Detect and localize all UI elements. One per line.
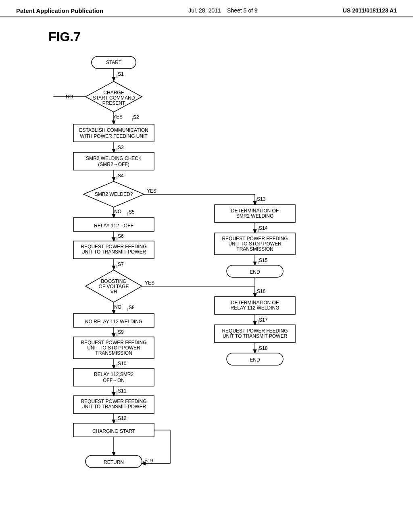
svg-text:S7: S7 xyxy=(118,262,124,267)
svg-text:(SMR2→OFF): (SMR2→OFF) xyxy=(98,162,129,167)
svg-text:RELAY 112,SMR2: RELAY 112,SMR2 xyxy=(94,372,134,377)
svg-text:ESTABLISH COMMUNICATION: ESTABLISH COMMUNICATION xyxy=(79,127,148,133)
svg-text:RELAY 112 WELDING: RELAY 112 WELDING xyxy=(231,305,280,311)
svg-text:S18: S18 xyxy=(259,345,268,351)
svg-text:RELAY 112→OFF: RELAY 112→OFF xyxy=(94,223,133,229)
svg-text:CHARGE: CHARGE xyxy=(103,90,124,96)
svg-text:CHARGING START: CHARGING START xyxy=(92,428,136,434)
svg-text:BOOSTING: BOOSTING xyxy=(101,278,126,284)
svg-text:UNIT TO TRANSMIT POWER: UNIT TO TRANSMIT POWER xyxy=(81,404,146,409)
svg-text:S6: S6 xyxy=(118,233,124,239)
svg-text:YES: YES xyxy=(147,188,156,194)
svg-text:S2: S2 xyxy=(133,114,139,120)
svg-text:END: END xyxy=(250,269,260,275)
svg-text:S15: S15 xyxy=(259,258,268,263)
svg-text:S12: S12 xyxy=(118,416,127,421)
svg-text:REQUEST POWER FEEDING: REQUEST POWER FEEDING xyxy=(222,328,288,334)
svg-text:TRANSMISSION: TRANSMISSION xyxy=(95,350,132,356)
svg-text:UNIT TO STOP POWER: UNIT TO STOP POWER xyxy=(87,345,140,351)
header-publication: Patent Application Publication xyxy=(16,7,103,14)
svg-text:YES: YES xyxy=(145,280,154,286)
svg-rect-74 xyxy=(73,368,154,386)
svg-text:DETERMINATION OF: DETERMINATION OF xyxy=(231,300,279,305)
svg-rect-21 xyxy=(73,152,154,170)
svg-text:SMR2 WELDED?: SMR2 WELDED? xyxy=(95,191,133,197)
svg-text:REQUEST POWER FEEDING: REQUEST POWER FEEDING xyxy=(222,236,288,241)
header-date-sheet: Jul. 28, 2011 Sheet 5 of 9 xyxy=(188,7,257,14)
svg-text:NO RELAY 112 WELDING: NO RELAY 112 WELDING xyxy=(85,319,142,324)
svg-text:S3: S3 xyxy=(118,145,124,150)
svg-text:DETERMINATION OF: DETERMINATION OF xyxy=(231,208,279,214)
svg-text:OFF→ON: OFF→ON xyxy=(103,378,125,383)
svg-text:S17: S17 xyxy=(259,317,268,323)
svg-text:S14: S14 xyxy=(259,225,268,231)
svg-text:S13: S13 xyxy=(257,196,266,202)
svg-text:NO: NO xyxy=(114,304,121,310)
svg-text:S10: S10 xyxy=(118,361,127,366)
svg-text:VH: VH xyxy=(111,289,117,295)
svg-text:S9: S9 xyxy=(118,329,124,335)
svg-text:PRESENT: PRESENT xyxy=(102,100,125,106)
page-header: Patent Application Publication Jul. 28, … xyxy=(0,0,413,17)
svg-text:TRANSMISSION: TRANSMISSION xyxy=(236,246,273,252)
svg-rect-15 xyxy=(73,124,154,142)
svg-text:S19: S19 xyxy=(144,458,153,463)
svg-text:OF VOLTAGE: OF VOLTAGE xyxy=(99,284,129,289)
flowchart-svg: START S1 CHARGE START COMMAND PRESENT NO… xyxy=(16,52,397,516)
svg-text:S4: S4 xyxy=(118,173,124,179)
svg-text:RETURN: RETURN xyxy=(104,459,124,465)
svg-text:WITH POWER FEEDING UNIT: WITH POWER FEEDING UNIT xyxy=(80,133,148,139)
header-patent-number: US 2011/0181123 A1 xyxy=(343,7,397,14)
svg-text:REQUEST POWER FEEDING: REQUEST POWER FEEDING xyxy=(81,340,146,345)
svg-text:UNIT TO TRANSMIT POWER: UNIT TO TRANSMIT POWER xyxy=(223,333,288,339)
svg-text:S8: S8 xyxy=(129,305,135,310)
svg-text:END: END xyxy=(250,357,260,363)
svg-text:START COMMAND: START COMMAND xyxy=(93,95,135,101)
svg-text:S1: S1 xyxy=(118,71,124,77)
svg-text:UNIT TO TRANSMIT POWER: UNIT TO TRANSMIT POWER xyxy=(81,249,146,255)
svg-text:REQUEST POWER FEEDING: REQUEST POWER FEEDING xyxy=(81,399,146,404)
svg-text:NO: NO xyxy=(114,209,121,214)
svg-text:YES: YES xyxy=(113,114,123,120)
svg-text:S5: S5 xyxy=(129,209,135,215)
svg-text:S11: S11 xyxy=(118,388,127,394)
figure-title: FIG.7 xyxy=(48,29,397,44)
svg-text:REQUEST POWER FEEDING: REQUEST POWER FEEDING xyxy=(81,244,146,249)
svg-text:START: START xyxy=(106,60,122,65)
svg-text:S16: S16 xyxy=(257,289,266,294)
svg-text:UNIT TO STOP POWER: UNIT TO STOP POWER xyxy=(228,241,282,247)
svg-text:SMR2 WELDING CHECK: SMR2 WELDING CHECK xyxy=(86,156,142,161)
diagram-area: FIG.7 START S1 CHARGE START COMMAND PRES… xyxy=(0,17,413,530)
svg-text:SMR2 WELDING: SMR2 WELDING xyxy=(236,213,274,219)
